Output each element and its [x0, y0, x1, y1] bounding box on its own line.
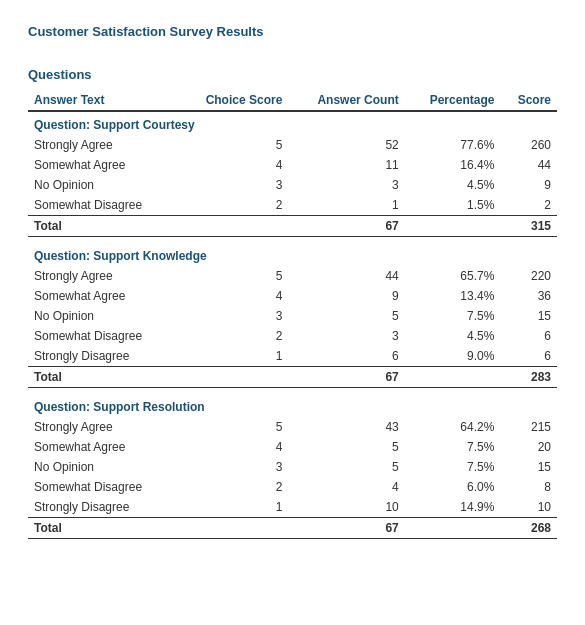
answer-text: Strongly Disagree — [28, 346, 178, 367]
table-row: Somewhat Disagree 2 3 4.5% 6 — [28, 326, 557, 346]
answer-count: 1 — [288, 195, 404, 216]
percentage: 77.6% — [405, 135, 501, 155]
percentage: 14.9% — [405, 497, 501, 518]
answer-count: 5 — [288, 457, 404, 477]
percentage: 7.5% — [405, 437, 501, 457]
answer-text: No Opinion — [28, 306, 178, 326]
question-label: Question: Support Courtesy — [28, 111, 557, 135]
score: 44 — [500, 155, 557, 175]
question-label: Question: Support Resolution — [28, 394, 557, 417]
answer-count: 52 — [288, 135, 404, 155]
answer-text: Somewhat Disagree — [28, 195, 178, 216]
score: 220 — [500, 266, 557, 286]
score: 10 — [500, 497, 557, 518]
percentage: 9.0% — [405, 346, 501, 367]
choice-score: 1 — [178, 346, 289, 367]
table-row: Somewhat Disagree 2 1 1.5% 2 — [28, 195, 557, 216]
answer-count: 4 — [288, 477, 404, 497]
percentage: 7.5% — [405, 457, 501, 477]
answer-text: Somewhat Agree — [28, 155, 178, 175]
total-row: Total 67 315 — [28, 216, 557, 237]
score: 36 — [500, 286, 557, 306]
table-row: Strongly Agree 5 44 65.7% 220 — [28, 266, 557, 286]
table-row: Somewhat Disagree 2 4 6.0% 8 — [28, 477, 557, 497]
total-row: Total 67 283 — [28, 367, 557, 388]
score: 9 — [500, 175, 557, 195]
col-answer-count: Answer Count — [288, 90, 404, 111]
question-row: Question: Support Resolution — [28, 394, 557, 417]
score: 260 — [500, 135, 557, 155]
question-row: Question: Support Courtesy — [28, 111, 557, 135]
col-score: Score — [500, 90, 557, 111]
score: 15 — [500, 457, 557, 477]
score: 215 — [500, 417, 557, 437]
answer-text: Somewhat Agree — [28, 437, 178, 457]
percentage: 4.5% — [405, 326, 501, 346]
total-score: 315 — [500, 216, 557, 237]
total-answer-count: 67 — [288, 367, 404, 388]
answer-count: 3 — [288, 326, 404, 346]
total-choice-score — [178, 216, 289, 237]
col-percentage: Percentage — [405, 90, 501, 111]
total-choice-score — [178, 367, 289, 388]
answer-count: 6 — [288, 346, 404, 367]
table-row: No Opinion 3 5 7.5% 15 — [28, 306, 557, 326]
answer-text: Somewhat Disagree — [28, 477, 178, 497]
answer-count: 5 — [288, 306, 404, 326]
page-title: Customer Satisfaction Survey Results — [28, 24, 557, 39]
answer-text: No Opinion — [28, 457, 178, 477]
answer-count: 5 — [288, 437, 404, 457]
answer-text: Somewhat Disagree — [28, 326, 178, 346]
answer-count: 11 — [288, 155, 404, 175]
survey-table: Answer Text Choice Score Answer Count Pe… — [28, 90, 557, 539]
score: 20 — [500, 437, 557, 457]
total-score: 283 — [500, 367, 557, 388]
answer-count: 9 — [288, 286, 404, 306]
choice-score: 5 — [178, 417, 289, 437]
percentage: 64.2% — [405, 417, 501, 437]
total-score: 268 — [500, 518, 557, 539]
table-row: Somewhat Agree 4 5 7.5% 20 — [28, 437, 557, 457]
percentage: 1.5% — [405, 195, 501, 216]
col-choice-score: Choice Score — [178, 90, 289, 111]
table-row: Strongly Agree 5 43 64.2% 215 — [28, 417, 557, 437]
choice-score: 2 — [178, 477, 289, 497]
table-row: Strongly Disagree 1 6 9.0% 6 — [28, 346, 557, 367]
question-label: Question: Support Knowledge — [28, 243, 557, 266]
choice-score: 3 — [178, 457, 289, 477]
choice-score: 2 — [178, 326, 289, 346]
choice-score: 4 — [178, 286, 289, 306]
table-row: Somewhat Agree 4 11 16.4% 44 — [28, 155, 557, 175]
choice-score: 1 — [178, 497, 289, 518]
total-answer-count: 67 — [288, 518, 404, 539]
score: 6 — [500, 346, 557, 367]
percentage: 16.4% — [405, 155, 501, 175]
choice-score: 2 — [178, 195, 289, 216]
choice-score: 4 — [178, 155, 289, 175]
total-label: Total — [28, 518, 178, 539]
question-row: Question: Support Knowledge — [28, 243, 557, 266]
percentage: 6.0% — [405, 477, 501, 497]
answer-count: 3 — [288, 175, 404, 195]
total-label: Total — [28, 367, 178, 388]
table-row: No Opinion 3 3 4.5% 9 — [28, 175, 557, 195]
answer-text: No Opinion — [28, 175, 178, 195]
answer-count: 43 — [288, 417, 404, 437]
answer-text: Strongly Agree — [28, 135, 178, 155]
choice-score: 5 — [178, 135, 289, 155]
percentage: 65.7% — [405, 266, 501, 286]
total-answer-count: 67 — [288, 216, 404, 237]
percentage: 13.4% — [405, 286, 501, 306]
total-percentage — [405, 518, 501, 539]
score: 6 — [500, 326, 557, 346]
table-row: Strongly Disagree 1 10 14.9% 10 — [28, 497, 557, 518]
total-choice-score — [178, 518, 289, 539]
percentage: 4.5% — [405, 175, 501, 195]
choice-score: 3 — [178, 175, 289, 195]
choice-score: 5 — [178, 266, 289, 286]
section-title: Questions — [28, 67, 557, 82]
answer-text: Strongly Agree — [28, 417, 178, 437]
answer-text: Strongly Disagree — [28, 497, 178, 518]
col-answer-text: Answer Text — [28, 90, 178, 111]
answer-text: Strongly Agree — [28, 266, 178, 286]
